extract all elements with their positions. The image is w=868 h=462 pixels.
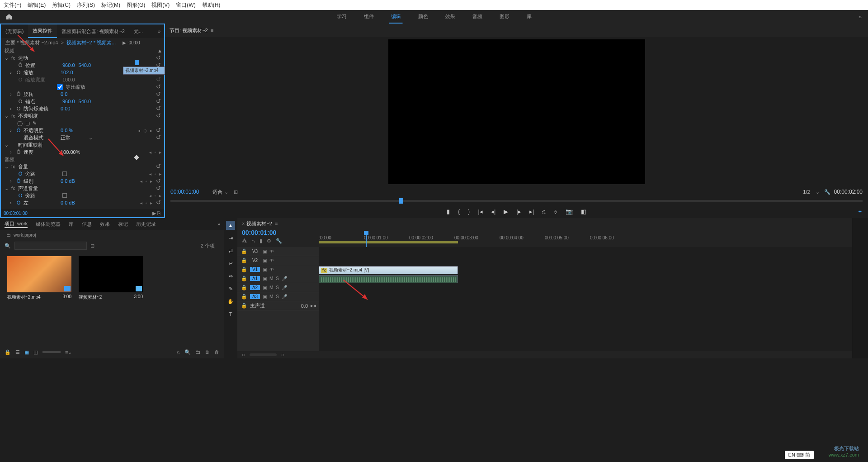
menu-help[interactable]: 帮助(H) (202, 1, 221, 9)
menu-sequence[interactable]: 序列(S) (77, 1, 95, 9)
tab-no-clip[interactable]: (无剪辑) (1, 24, 28, 38)
ime-indicator[interactable]: EN ⌨ 简 (785, 451, 814, 459)
search-input[interactable] (14, 242, 87, 250)
expand-icon[interactable]: ⌄ (5, 186, 10, 191)
fx-badge-icon[interactable]: fx (10, 164, 16, 169)
tab-effect-controls[interactable]: 效果控件 (28, 24, 57, 38)
overflow-icon[interactable]: » (217, 221, 220, 227)
audio-clip[interactable] (319, 275, 458, 283)
source-timecode[interactable]: 00:00:01:00 (4, 211, 28, 216)
list-view-icon[interactable]: ☰ (15, 349, 20, 355)
ripple-edit-tool[interactable]: ⇄ (226, 246, 235, 255)
workspace-library[interactable]: 库 (525, 10, 533, 24)
step-back-icon[interactable]: ◂| (491, 208, 495, 215)
hand-tool[interactable]: ✋ (226, 297, 235, 306)
razor-tool[interactable]: ✂ (226, 259, 235, 268)
mute-icon[interactable]: ▣ (263, 276, 267, 281)
loop-icon[interactable]: ▶ (152, 210, 156, 216)
reset-icon[interactable]: ↺ (156, 91, 162, 97)
reset-icon[interactable]: ↺ (156, 185, 162, 191)
sequence-clip-link[interactable]: 视频素材~2 * 视频素... (66, 40, 116, 45)
lock-icon[interactable]: 🔒 (5, 349, 11, 355)
menu-file[interactable]: 文件(F) (4, 1, 21, 9)
position-y[interactable]: 540.0 (79, 62, 91, 68)
uniform-scale-checkbox[interactable] (57, 84, 63, 90)
effect-time-remap[interactable]: 时间重映射 (18, 142, 55, 148)
antiflicker-value[interactable]: 0.00 (61, 106, 70, 111)
bypass-checkbox[interactable] (62, 193, 67, 198)
out-point-icon[interactable]: } (468, 208, 470, 215)
toggle-eye-icon[interactable]: 👁 (269, 267, 274, 272)
zoom-fit-select[interactable]: 适合 (212, 189, 222, 195)
mask-ellipse-icon[interactable]: ◯ (17, 120, 23, 126)
rotation-value[interactable]: 0.0 (61, 91, 67, 97)
go-to-out-icon[interactable]: ▸| (529, 208, 534, 215)
stopwatch-active-icon[interactable]: Ō (15, 178, 22, 184)
in-point-icon[interactable]: { (458, 208, 460, 215)
lock-icon[interactable]: 🔒 (241, 248, 247, 254)
left-value[interactable]: 0.0 dB (61, 200, 75, 205)
speed-value[interactable]: 100.00% (61, 149, 80, 155)
mask-rect-icon[interactable]: ▢ (25, 120, 30, 126)
expand-icon[interactable]: › (10, 106, 15, 111)
stopwatch-icon[interactable]: Ō (17, 62, 24, 68)
workspace-assembly[interactable]: 组件 (362, 10, 376, 24)
reset-icon[interactable]: ↺ (156, 84, 162, 90)
mic-icon[interactable]: 🎤 (282, 285, 287, 290)
keyframe-nav[interactable]: ◂ ◦ ▸ (149, 193, 162, 198)
panel-menu-icon[interactable]: ≡ (211, 28, 213, 33)
anchor-y[interactable]: 540.0 (79, 99, 91, 104)
expand-icon[interactable]: › (10, 91, 15, 97)
expand-icon[interactable]: ⌄ (5, 113, 10, 119)
wrench-icon[interactable]: 🔧 (276, 238, 282, 244)
fx-badge-icon[interactable] (10, 143, 16, 148)
freeform-view-icon[interactable]: ◫ (33, 349, 38, 355)
stopwatch-icon[interactable]: Ō (15, 70, 22, 75)
keyframe-nav[interactable]: ◂ ◦ ▸ (140, 200, 153, 205)
program-tab[interactable]: 节目: 视频素材~2 (170, 27, 208, 34)
thumbnail[interactable] (7, 256, 71, 292)
workspace-effects[interactable]: 效果 (443, 10, 457, 24)
position-x[interactable]: 960.0 (62, 62, 75, 68)
step-forward-icon[interactable]: |▸ (516, 208, 521, 215)
tab-audio-clip-mixer[interactable]: 音频剪辑混合器: 视频素材~2 (57, 24, 129, 38)
opacity-value[interactable]: 0.0 % (61, 128, 73, 133)
bin-icon[interactable]: ⊡ (90, 243, 94, 249)
menu-edit[interactable]: 编辑(E) (28, 1, 46, 9)
tab-history[interactable]: 历史记录 (136, 221, 156, 228)
go-to-in-icon[interactable]: |◂ (478, 208, 483, 215)
expand-icon[interactable]: ⌄ (5, 55, 10, 61)
bypass-checkbox[interactable] (62, 171, 67, 176)
tab-effects[interactable]: 效果 (100, 221, 110, 228)
track-label[interactable]: V2 (250, 258, 260, 263)
mute-icon[interactable]: ▣ (263, 294, 267, 299)
program-video-view[interactable] (388, 39, 645, 184)
mute-icon[interactable]: ▣ (263, 285, 267, 290)
reset-icon[interactable]: ↺ (156, 113, 162, 119)
grid-icon[interactable]: ⊞ (234, 189, 238, 195)
panel-menu-icon[interactable]: ≡ (275, 221, 278, 226)
menu-window[interactable]: 窗口(W) (176, 1, 195, 9)
timeline-tab[interactable]: 视频素材~2 (246, 220, 272, 227)
stopwatch-icon[interactable]: Ō (15, 91, 22, 97)
track-label[interactable]: V3 (250, 249, 260, 254)
export-frame-icon[interactable]: 📷 (566, 208, 573, 215)
stopwatch-icon[interactable]: Ō (15, 149, 22, 155)
mini-timeline-playhead[interactable] (135, 60, 139, 65)
zoom-slider[interactable] (42, 351, 61, 353)
settings-icon[interactable]: ⚙ (267, 238, 271, 244)
reset-icon[interactable]: ↺ (156, 105, 162, 112)
track-label[interactable]: A3 (250, 294, 260, 299)
snap-icon[interactable]: ⁂ (242, 238, 247, 244)
reset-icon[interactable]: ↺ (156, 127, 162, 133)
mask-pen-icon[interactable]: ✎ (33, 120, 37, 126)
workspace-color[interactable]: 颜色 (416, 10, 430, 24)
tab-project[interactable]: 项目: work (5, 220, 28, 228)
tab-markers[interactable]: 标记 (118, 221, 128, 228)
anchor-x[interactable]: 960.0 (62, 99, 75, 104)
expand-icon[interactable]: ▸◂ (311, 303, 316, 309)
pen-tool[interactable]: ✎ (226, 284, 235, 293)
reset-icon[interactable]: ↺ (156, 163, 162, 170)
lock-icon[interactable]: 🔒 (241, 257, 247, 263)
expand-icon[interactable]: › (10, 149, 15, 155)
